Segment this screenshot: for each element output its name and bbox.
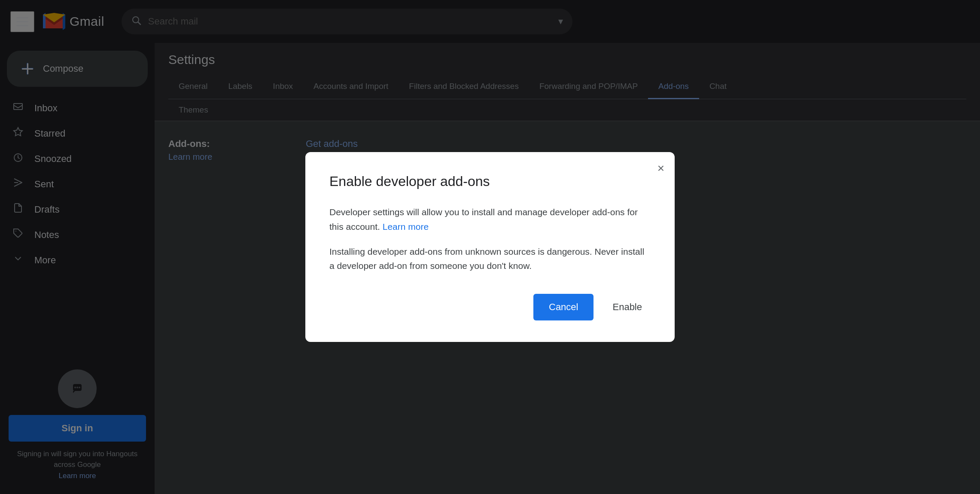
modal-cancel-button[interactable]: Cancel [533,294,593,320]
modal-learnmore-link[interactable]: Learn more [383,222,429,232]
modal-warning-text: Installing developer add-ons from unknow… [329,244,651,273]
modal-title: Enable developer add-ons [329,174,651,189]
modal-body-text: Developer settings will allow you to ins… [329,205,651,234]
modal-actions: Cancel Enable [329,294,651,320]
developer-addons-modal: × Enable developer add-ons Developer set… [305,152,675,342]
modal-overlay: × Enable developer add-ons Developer set… [0,0,980,494]
modal-enable-button[interactable]: Enable [604,294,651,320]
modal-close-button[interactable]: × [657,162,664,174]
